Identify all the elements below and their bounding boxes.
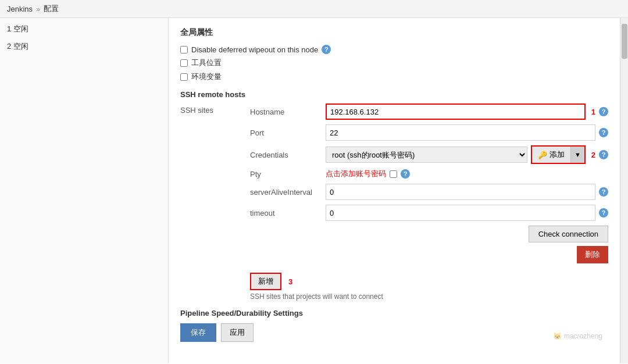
credentials-annotation: 2 [591, 151, 595, 159]
action-buttons: 保存 应用 [180, 323, 608, 342]
breadcrumb-separator: » [36, 5, 40, 13]
help-icon-server-alive[interactable]: ? [599, 187, 608, 197]
help-icon-credentials[interactable]: ? [599, 150, 608, 159]
server-alive-input-wrapper: ? [326, 184, 608, 200]
pty-click-hint[interactable]: 点击添加账号密码 [326, 169, 386, 179]
credentials-select[interactable]: root (ssh的root账号密码) [326, 147, 527, 163]
hostname-input-wrapper: 1 ? [326, 104, 608, 120]
timeout-label: timeout [250, 209, 326, 217]
content-area: 全局属性 Disable deferred wipeout on this no… [169, 18, 620, 363]
server-alive-row: serverAliveInterval ? [250, 184, 608, 200]
timeout-input-wrapper: ? [326, 205, 608, 221]
credentials-label: Credentials [250, 151, 326, 159]
check-connection-button[interactable]: Check connection [529, 226, 608, 242]
server-alive-input[interactable] [326, 184, 595, 200]
checkbox-env-vars-label: 环境变量 [191, 72, 222, 82]
scrollbar[interactable] [620, 18, 628, 363]
sidebar-item-2[interactable]: 2 空闲 [0, 38, 168, 55]
pty-row: Pty 点击添加账号密码 ? [250, 169, 608, 179]
credentials-row: Credentials root (ssh的root账号密码) 🔑 添加 ▼ [250, 145, 608, 164]
add-new-annotation: 3 [288, 277, 292, 286]
pipeline-section: Pipeline Speed/Durability Settings [180, 309, 608, 317]
section-title: 全局属性 [180, 27, 608, 38]
checkbox-disable-wipeout-label: Disable deferred wipeout on this node [191, 45, 318, 54]
help-icon-hostname[interactable]: ? [599, 107, 608, 116]
sidebar-item-label-2: 2 空闲 [7, 41, 28, 52]
ssh-sites-fields: Hostname 1 ? Port ? [250, 104, 608, 263]
add-new-button[interactable]: 新增 [250, 273, 281, 290]
port-row: Port ? [250, 124, 608, 141]
add-button-label: 添加 [550, 149, 565, 160]
checkbox-tool-location-label: 工具位置 [191, 58, 222, 68]
help-icon-pty[interactable]: ? [401, 169, 410, 179]
delete-button[interactable]: 删除 [577, 246, 608, 263]
key-icon: 🔑 [538, 151, 547, 159]
port-input[interactable] [326, 124, 595, 141]
breadcrumb-jenkins[interactable]: Jenkins [7, 5, 33, 13]
hostname-row: Hostname 1 ? [250, 104, 608, 120]
sidebar: 1 空闲 2 空闲 [0, 18, 169, 363]
ssh-remote-hosts-label: SSH remote hosts [180, 90, 608, 99]
breadcrumb-config: 配置 [44, 3, 59, 14]
ssh-description: SSH sites that projects will want to con… [250, 292, 608, 301]
add-credentials-dropdown[interactable]: ▼ [570, 147, 584, 163]
apply-button[interactable]: 应用 [221, 323, 254, 342]
server-alive-label: serverAliveInterval [250, 188, 326, 197]
add-button-group: 🔑 添加 ▼ [531, 145, 586, 164]
help-icon-disable-wipeout[interactable]: ? [322, 45, 331, 54]
port-input-wrapper: ? [326, 124, 608, 141]
add-credentials-button[interactable]: 🔑 添加 [532, 147, 570, 163]
help-icon-port[interactable]: ? [599, 128, 608, 137]
pty-input-wrapper: 点击添加账号密码 ? [326, 169, 608, 179]
save-button[interactable]: 保存 [180, 323, 216, 342]
pipeline-label: Pipeline Speed/Durability Settings [180, 309, 608, 317]
scrollbar-thumb[interactable] [622, 24, 627, 59]
port-label: Port [250, 129, 326, 137]
pty-checkbox[interactable] [390, 170, 397, 178]
sidebar-item-1[interactable]: 1 空闲 [0, 20, 168, 38]
checkbox-disable-wipeout: Disable deferred wipeout on this node ? [180, 45, 608, 54]
checkbox-disable-wipeout-input[interactable] [180, 46, 188, 53]
checkbox-env-vars-input[interactable] [180, 73, 188, 81]
watermark: 🐱 macrozheng [553, 332, 602, 340]
checkbox-env-vars: 环境变量 [180, 72, 608, 82]
help-icon-timeout[interactable]: ? [599, 208, 608, 217]
hostname-input[interactable] [326, 104, 586, 120]
hostname-label: Hostname [250, 108, 326, 116]
checkbox-tool-location: 工具位置 [180, 58, 608, 68]
watermark-text: macrozheng [564, 332, 602, 340]
timeout-input[interactable] [326, 205, 595, 221]
timeout-row: timeout ? [250, 205, 608, 221]
pty-label: Pty [250, 170, 326, 179]
credentials-input-wrapper: root (ssh的root账号密码) 🔑 添加 ▼ 2 ? [326, 145, 608, 164]
breadcrumb: Jenkins » 配置 [0, 0, 628, 18]
add-new-row: 新增 3 [250, 273, 608, 290]
checkbox-tool-location-input[interactable] [180, 59, 188, 67]
watermark-icon: 🐱 [553, 332, 562, 340]
ssh-sites-label: SSH sites [180, 104, 250, 263]
ssh-sites-row: SSH sites Hostname 1 ? Port ? [180, 104, 608, 263]
sidebar-item-label-1: 1 空闲 [7, 24, 28, 34]
hostname-annotation: 1 [591, 108, 595, 116]
